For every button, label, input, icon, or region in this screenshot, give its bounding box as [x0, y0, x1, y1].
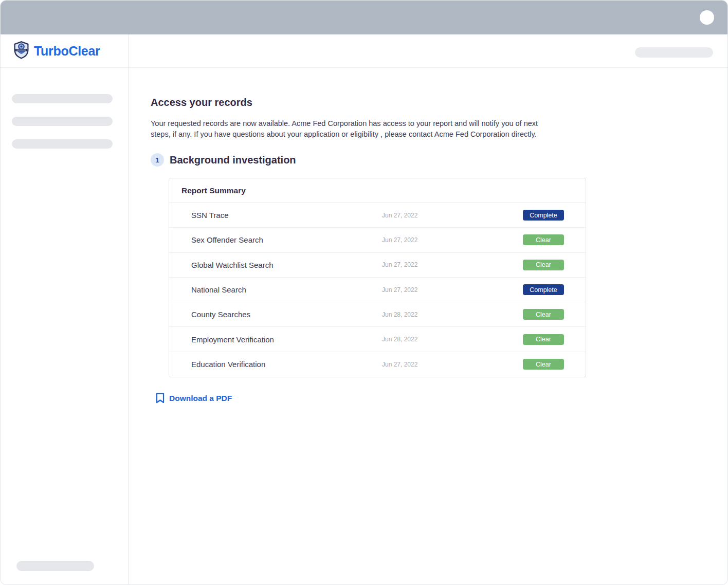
status-badge: Clear — [523, 234, 564, 245]
table-row: SSN Trace Jun 27, 2022 Complete — [169, 203, 586, 228]
card-title: Report Summary — [181, 186, 246, 195]
check-name: SSN Trace — [191, 211, 382, 220]
download-pdf-label: Download a PDF — [169, 394, 232, 403]
page: TurboClear Access your records Your requ… — [0, 0, 728, 585]
table-row: Sex Offender Search Jun 27, 2022 Clear — [169, 228, 586, 252]
check-name: Employment Verification — [191, 335, 382, 344]
section-number-badge: 1 — [151, 153, 164, 167]
check-date: Jun 27, 2022 — [382, 212, 417, 219]
report-rows: SSN Trace Jun 27, 2022 Complete Sex Offe… — [169, 203, 586, 377]
brand-name: TurboClear — [34, 44, 100, 59]
section-title: Background investigation — [170, 154, 296, 166]
check-date: Jun 27, 2022 — [382, 286, 417, 294]
skeleton-bar — [635, 47, 713, 58]
table-row: National Search Jun 27, 2022 Complete — [169, 278, 586, 302]
body: Access your records Your requested recor… — [1, 68, 727, 584]
table-row: Employment Verification Jun 28, 2022 Cle… — [169, 327, 586, 352]
browser-chrome-bar — [1, 1, 727, 34]
check-date: Jun 28, 2022 — [382, 336, 417, 343]
main-content: Access your records Your requested recor… — [129, 68, 727, 584]
check-date: Jun 27, 2022 — [382, 261, 417, 268]
skeleton-bar — [12, 139, 113, 149]
status-badge: Clear — [523, 334, 564, 345]
check-date: Jun 27, 2022 — [382, 361, 417, 368]
download-pdf-link[interactable]: Download a PDF — [156, 393, 232, 404]
check-name: Global Watchlist Search — [191, 261, 382, 269]
check-name: Sex Offender Search — [191, 235, 382, 244]
shield-badge-icon — [13, 41, 30, 61]
skeleton-bar — [12, 117, 113, 126]
report-summary-card: Report Summary SSN Trace Jun 27, 2022 Co… — [169, 178, 586, 377]
check-date: Jun 27, 2022 — [382, 236, 417, 244]
table-row: Global Watchlist Search Jun 27, 2022 Cle… — [169, 253, 586, 278]
header-right — [129, 34, 727, 67]
card-header: Report Summary — [169, 178, 586, 203]
logo-area[interactable]: TurboClear — [1, 34, 129, 67]
table-row: Education Verification Jun 27, 2022 Clea… — [169, 352, 586, 377]
app-header: TurboClear — [1, 34, 727, 68]
check-name: National Search — [191, 285, 382, 294]
status-badge: Complete — [523, 284, 564, 295]
page-title: Access your records — [151, 97, 727, 108]
sidebar — [1, 68, 129, 584]
section-header: 1 Background investigation — [151, 153, 727, 167]
status-badge: Clear — [523, 309, 564, 320]
bookmark-icon — [156, 393, 165, 404]
avatar-circle — [700, 10, 714, 25]
status-badge: Complete — [523, 210, 564, 221]
check-name: County Searches — [191, 310, 382, 319]
skeleton-bar — [16, 561, 94, 571]
check-date: Jun 28, 2022 — [382, 311, 417, 318]
page-description: Your requested records are now available… — [151, 118, 559, 140]
check-name: Education Verification — [191, 360, 382, 369]
status-badge: Clear — [523, 359, 564, 370]
skeleton-bar — [12, 94, 113, 103]
table-row: County Searches Jun 28, 2022 Clear — [169, 302, 586, 327]
status-badge: Clear — [523, 260, 564, 270]
